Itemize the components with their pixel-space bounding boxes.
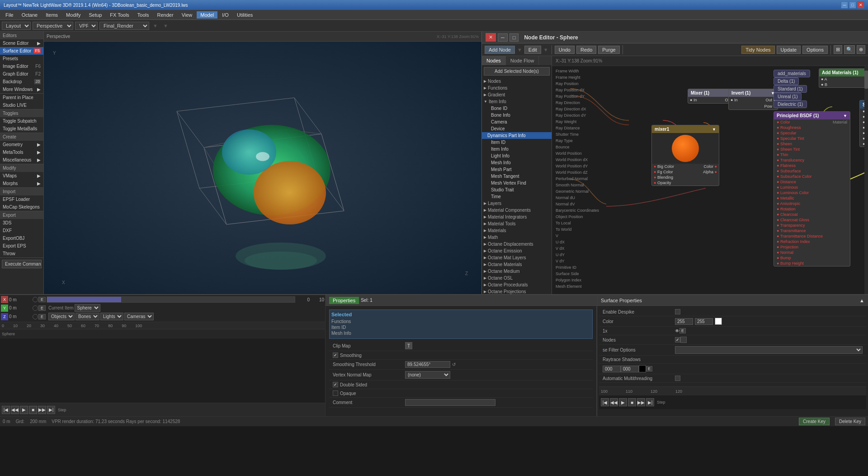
comment-input[interactable] xyxy=(405,399,495,406)
rt-end-btn[interactable]: ▶| xyxy=(646,398,654,406)
studio-trait-item[interactable]: Studio Trait xyxy=(482,186,552,193)
view-mode-select[interactable]: Perspective xyxy=(33,22,73,30)
material-components-category[interactable]: ▶ Material Components xyxy=(482,207,552,214)
node-canvas[interactable]: X:-31 Y:138 Zoom:91% xyxy=(552,56,868,294)
current-item-select[interactable]: Sphere xyxy=(75,304,100,312)
geometry-btn[interactable]: Geometry▶ xyxy=(0,141,43,148)
dynamics-part-info-item[interactable]: Dynamics Part Info xyxy=(482,132,552,139)
mixer-node[interactable]: mixer1 ▼ ● Big Color Color ● ● Fg Colo xyxy=(651,125,719,186)
y-lock-btn[interactable] xyxy=(33,305,38,311)
menu-items[interactable]: Items xyxy=(42,11,61,19)
3ds-btn[interactable]: 3DS xyxy=(0,219,43,227)
smoothing-threshold-input[interactable] xyxy=(405,361,450,368)
octane-medium-category[interactable]: ▶ Octane Medium xyxy=(482,268,552,275)
undo-btn[interactable]: Undo xyxy=(555,46,575,54)
menu-render[interactable]: Render xyxy=(154,11,177,19)
dielectric-node[interactable]: Dielectric (1) xyxy=(774,100,807,108)
lights-select[interactable]: Lights xyxy=(100,313,123,320)
filter-options-select[interactable] xyxy=(675,346,863,354)
pow-node[interactable]: Invert (1) ▼ ● In Out ● Pow ● xyxy=(728,89,778,110)
e-btn[interactable]: E xyxy=(679,328,686,333)
ne-icon-btn-2[interactable]: 🔍 xyxy=(844,45,855,54)
item-id-item[interactable]: Item ID xyxy=(482,139,552,146)
standard-node[interactable]: Standard (1) xyxy=(774,85,807,93)
right-props-collapse[interactable]: ▲ xyxy=(859,298,864,303)
go-start-btn[interactable]: |◀ xyxy=(2,406,10,414)
stop-btn[interactable]: ■ xyxy=(29,406,37,414)
eye-btn[interactable]: 👁 xyxy=(675,328,679,333)
go-end-btn[interactable]: ▶| xyxy=(47,406,55,414)
x-slider[interactable] xyxy=(47,296,295,303)
image-editor-btn[interactable]: Image EditorF6 xyxy=(0,62,43,70)
smoothing-checkbox[interactable]: ✓ xyxy=(333,352,338,358)
next-frame-btn[interactable]: ▶▶ xyxy=(38,406,46,414)
layers-category[interactable]: ▶ Layers xyxy=(482,200,552,207)
presets-btn[interactable]: Presets xyxy=(0,55,43,62)
layout-mode-select[interactable]: Layout xyxy=(2,22,31,30)
y-e-btn[interactable]: E xyxy=(38,305,46,311)
edit-btn[interactable]: Edit xyxy=(524,46,541,54)
toggle-metaballs-btn[interactable]: Toggle MetaBalls xyxy=(0,125,43,133)
delta-node[interactable]: Delta (1) xyxy=(774,77,799,85)
bones-select[interactable]: Bones xyxy=(75,313,99,320)
render-select[interactable]: Final_Render xyxy=(99,22,149,30)
viewport-canvas[interactable]: X Y Z xyxy=(44,42,481,294)
menu-octane[interactable]: Octane xyxy=(18,11,41,19)
color-g-input[interactable] xyxy=(695,318,713,325)
tidy-nodes-btn[interactable]: Tidy Nodes xyxy=(741,46,774,54)
dxf-btn[interactable]: DXF xyxy=(0,227,43,234)
mesh-vertex-find-item[interactable]: Mesh Vertex Find xyxy=(482,180,552,186)
unreal-node[interactable]: Unreal (1) xyxy=(774,93,802,100)
menu-tools[interactable]: Tools xyxy=(134,11,153,19)
rt-next-btn[interactable]: ▶▶ xyxy=(637,398,645,406)
octane-displacements-category[interactable]: ▶ Octane Displacements xyxy=(482,241,552,248)
principled-bsdf-node[interactable]: Principled BSDF (1) ▼ ● Color Material ●… xyxy=(774,111,850,267)
octane-materials-category[interactable]: ▶ Octane Materials xyxy=(482,261,552,268)
nodes-category[interactable]: ▶ Nodes xyxy=(482,78,552,85)
material-integrators-category[interactable]: ▶ Material Integrators xyxy=(482,214,552,220)
materials-category[interactable]: ▶ Materials xyxy=(482,227,552,234)
tab-node-flow[interactable]: Node Flow xyxy=(506,56,539,65)
morphs-btn[interactable]: Morphs▶ xyxy=(0,180,43,187)
minimize-node-editor-btn[interactable]: ─ xyxy=(498,33,508,42)
bone-id-item[interactable]: Bone ID xyxy=(482,105,552,112)
menu-view[interactable]: View xyxy=(178,11,196,19)
octane-osl-category[interactable]: ▶ Octane OSL xyxy=(482,275,552,281)
item-info-category[interactable]: ▼ Item Info xyxy=(482,98,552,105)
z-lock-btn[interactable] xyxy=(33,314,38,319)
play-btn[interactable]: ▶ xyxy=(20,406,28,414)
cameras-select[interactable]: Cameras xyxy=(124,313,154,320)
timeline-track-1[interactable]: Sphere xyxy=(0,329,325,338)
canvas-scrollbar-thumb[interactable] xyxy=(864,71,868,89)
raytrace-swatch[interactable] xyxy=(639,365,646,372)
vmaps-btn[interactable]: VMaps▶ xyxy=(0,172,43,180)
menu-file[interactable]: File xyxy=(2,11,17,19)
parent-in-place-btn[interactable]: Parent in Place xyxy=(0,94,43,101)
color-r-input[interactable] xyxy=(675,318,693,325)
smoothing-reset-btn[interactable]: ↺ xyxy=(452,362,456,367)
octane-emission-category[interactable]: ▶ Octane Emission xyxy=(482,248,552,254)
throw-btn[interactable]: Throw xyxy=(0,250,43,257)
rt-prev-btn[interactable]: ◀◀ xyxy=(610,398,618,406)
add-node-btn[interactable]: Add Node xyxy=(485,46,515,54)
mesh-part-item[interactable]: Mesh Part xyxy=(482,166,552,173)
auto-multithread-checkbox[interactable] xyxy=(675,376,680,381)
color-swatch[interactable] xyxy=(715,318,722,325)
mesh-tangent-item[interactable]: Mesh Tangent xyxy=(482,173,552,180)
raytrace-e-btn[interactable]: E xyxy=(646,366,652,371)
prev-frame-btn[interactable]: ◀◀ xyxy=(11,406,19,414)
x-e-btn[interactable]: E xyxy=(38,297,46,302)
double-sided-checkbox[interactable]: ✓ xyxy=(333,382,338,387)
x-lock-btn[interactable] xyxy=(33,297,38,302)
close-button[interactable]: ✕ xyxy=(857,1,864,9)
raytrace-val-a[interactable] xyxy=(603,366,621,372)
rt-play-btn[interactable]: ▶ xyxy=(619,398,627,406)
objects-select[interactable]: Objects xyxy=(48,313,75,320)
menu-setup[interactable]: Setup xyxy=(85,11,106,19)
tab-nodes[interactable]: Nodes xyxy=(482,56,506,65)
octane-projections-category[interactable]: ▶ Octane Projections xyxy=(482,288,552,294)
miscellaneous-btn[interactable]: Miscellaneous▶ xyxy=(0,156,43,164)
z-e-btn[interactable]: E xyxy=(38,314,46,319)
time-item[interactable]: Time xyxy=(482,193,552,200)
nodes-checkbox[interactable]: ✓ xyxy=(675,337,680,343)
